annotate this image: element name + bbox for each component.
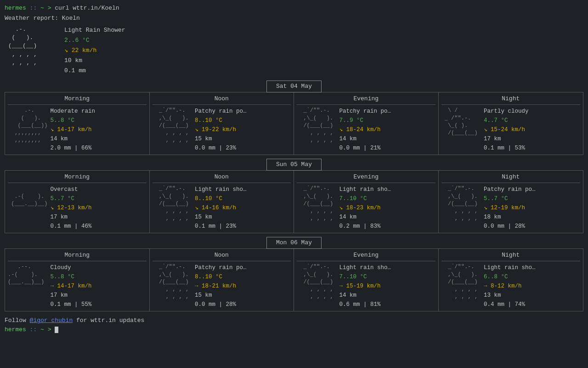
ascii-art-2-0: .--. .-( ). (___.__)__) bbox=[8, 263, 47, 300]
col-header-0-2: Evening bbox=[297, 94, 435, 105]
vis-text: 17 km bbox=[484, 136, 501, 142]
col-header-1-3: Night bbox=[441, 172, 581, 184]
vis-text: 17 km bbox=[50, 292, 68, 299]
wind-text: ↘ 14-16 km/h bbox=[195, 205, 236, 211]
day-col-1-2: Evening _`/"".-. ,\_( ). /(___(__) ‚ ‚ ‚… bbox=[294, 171, 439, 233]
wind-text: ↘ 19-22 km/h bbox=[195, 126, 236, 133]
vis-text: 15 km bbox=[195, 292, 212, 299]
weather-info-1-1: Light rain sho… 8..10 °C ↘ 14-16 km/h 15… bbox=[195, 185, 247, 231]
day-col-1-0: Morning .-( ). (___.__)__) Overcast 5..7… bbox=[5, 171, 150, 233]
col-header-0-1: Noon bbox=[153, 94, 291, 105]
precip-text: 0.0 mm | 23% bbox=[195, 145, 236, 151]
temp-text: 7..10 °C bbox=[339, 196, 367, 202]
weather-cell-1-3: _`/"".-. ,\_( ). /(___(__) ‚ ‚ ‚ ‚ ‚ ‚ ‚… bbox=[441, 185, 581, 231]
weather-cell-0-1: _`/"".-. ,\_( ). /(___(__) ‚ ‚ ‚ ‚ ‚ ‚ ‚… bbox=[153, 107, 291, 153]
footer-username[interactable]: @igor_chubin bbox=[30, 317, 73, 324]
precip-text: 0.0 mm | 28% bbox=[195, 301, 236, 308]
wind-text: ↘ 12-13 km/h bbox=[50, 205, 91, 211]
col-header-2-0: Morning bbox=[8, 251, 147, 262]
cond-text: Overcast bbox=[50, 186, 78, 193]
weather-info-2-3: Light rain sho… 6..8 °C → 8-12 km/h 13 k… bbox=[484, 263, 536, 309]
day-col-0-0: Morning .-. ( ). (___(__)) ‚‚‚‚‚‚‚‚ ‚‚‚‚… bbox=[5, 92, 150, 155]
vis-text: 15 km bbox=[195, 214, 212, 220]
day-grid-2: Morning .--. .-( ). (___.__)__) Cloudy 5… bbox=[5, 248, 583, 312]
footer: Follow @igor_chubin for wttr.in updates bbox=[5, 316, 583, 325]
col-header-0-3: Night bbox=[441, 94, 581, 105]
day-header-row-1: Sun 05 May bbox=[5, 159, 583, 171]
day-header-row-2: Mon 06 May bbox=[5, 237, 583, 249]
weather-info-0-2: Patchy rain po… 7..9 °C ↘ 18-24 km/h 14 … bbox=[339, 107, 391, 153]
vis-text: 18 km bbox=[484, 214, 501, 220]
col-header-1-1: Noon bbox=[153, 172, 291, 184]
ascii-art-1-3: _`/"".-. ,\_( ). /(___(__) ‚ ‚ ‚ ‚ ‚ ‚ ‚… bbox=[441, 185, 481, 222]
cond-text: Patchy rain po… bbox=[195, 264, 247, 271]
day-col-2-3: Night _`/"".-. ,\_( ). /(___(__) ‚ ‚ ‚ ‚… bbox=[439, 249, 583, 311]
current-weather: .-. ( ). (___(__) ‚ ‚ ‚ ‚ ‚ ‚ ‚ ‚ Light … bbox=[5, 25, 583, 76]
current-ascii-art: .-. ( ). (___(__) ‚ ‚ ‚ ‚ ‚ ‚ ‚ ‚ bbox=[5, 25, 60, 76]
day-grid-0: Morning .-. ( ). (___(__)) ‚‚‚‚‚‚‚‚ ‚‚‚‚… bbox=[5, 92, 583, 155]
day-section-0: Sat 04 MayMorning .-. ( ). (___(__)) ‚‚‚… bbox=[5, 80, 583, 155]
cond-text: Light rain sho… bbox=[339, 264, 391, 271]
wind-text: → 18-21 km/h bbox=[195, 283, 236, 289]
footer-text-before: Follow bbox=[5, 317, 30, 324]
temp-text: 5..7 °C bbox=[484, 196, 508, 202]
precip-text: 0.2 mm | 83% bbox=[339, 223, 380, 230]
wind-text: ↘ 12-19 km/h bbox=[484, 205, 525, 211]
vis-text: 15 km bbox=[195, 136, 212, 142]
day-header-row-0: Sat 04 May bbox=[5, 80, 583, 92]
ascii-art-1-0: .-( ). (___.__)__) bbox=[8, 185, 47, 222]
cond-text: Light rain sho… bbox=[195, 186, 247, 193]
temp-text: 8..10 °C bbox=[195, 117, 222, 124]
day-col-0-2: Evening _`/"".-. ,\_( ). /(___(__) ‚ ‚ ‚… bbox=[294, 92, 439, 155]
weather-cell-0-3: \ / _ /"".-. \_( ). /(___(__) Partly clo… bbox=[441, 107, 581, 153]
precip-text: 0.4 mm | 74% bbox=[484, 301, 525, 308]
ascii-art-0-0: .-. ( ). (___(__)) ‚‚‚‚‚‚‚‚ ‚‚‚‚‚‚‚‚ bbox=[8, 107, 47, 144]
prompt-user: hermes bbox=[5, 5, 26, 12]
day-col-0-1: Noon _`/"".-. ,\_( ). /(___(__) ‚ ‚ ‚ ‚ … bbox=[150, 92, 294, 155]
ascii-art-2-2: _`/"".-. ,\_( ). /(___(__) ‚ ‚ ‚ ‚ ‚ ‚ ‚… bbox=[297, 263, 336, 300]
final-prompt-arrow: > bbox=[44, 326, 55, 333]
final-prompt-sep: :: bbox=[26, 326, 40, 333]
final-prompt-user: hermes bbox=[5, 326, 26, 333]
current-precip: 0.1 mm bbox=[64, 67, 86, 74]
col-header-1-2: Evening bbox=[297, 172, 435, 184]
cond-text: Patchy rain po… bbox=[484, 186, 536, 193]
precip-text: 0.1 mm | 53% bbox=[484, 145, 525, 151]
days-container: Sat 04 MayMorning .-. ( ). (___(__)) ‚‚‚… bbox=[5, 80, 583, 311]
temp-text: 5..8 °C bbox=[50, 274, 74, 280]
weather-cell-2-0: .--. .-( ). (___.__)__) Cloudy 5..8 °C →… bbox=[8, 263, 147, 309]
precip-text: 0.1 mm | 23% bbox=[195, 223, 236, 230]
cond-text: Patchy rain po… bbox=[339, 108, 391, 115]
day-section-1: Sun 05 MayMorning .-( ). (___.__)__) Ove… bbox=[5, 159, 583, 233]
wind-text: → 8-12 km/h bbox=[484, 283, 522, 289]
wind-text: → 15-19 km/h bbox=[339, 283, 380, 289]
ascii-art-2-3: _`/"".-. ,\_( ). /(___(__) ‚ ‚ ‚ ‚ ‚ ‚ ‚… bbox=[441, 263, 481, 300]
weather-cell-2-3: _`/"".-. ,\_( ). /(___(__) ‚ ‚ ‚ ‚ ‚ ‚ ‚… bbox=[441, 263, 581, 309]
col-header-2-1: Noon bbox=[153, 251, 291, 262]
day-header-0: Sat 04 May bbox=[266, 80, 322, 92]
vis-text: 14 km bbox=[50, 136, 68, 142]
col-header-2-3: Night bbox=[441, 251, 581, 262]
final-prompt: hermes :: ~ > bbox=[5, 325, 583, 334]
temp-text: 7..9 °C bbox=[339, 117, 363, 124]
terminal-cursor bbox=[55, 327, 58, 333]
prompt-sep: :: bbox=[26, 5, 40, 12]
prompt-arrow: > bbox=[44, 5, 55, 12]
day-col-2-1: Noon _`/"".-. ,\_( ). /(___(__) ‚ ‚ ‚ ‚ … bbox=[150, 249, 294, 311]
weather-cell-1-1: _`/"".-. ,\_( ). /(___(__) ‚ ‚ ‚ ‚ ‚ ‚ ‚… bbox=[153, 185, 291, 231]
weather-cell-2-2: _`/"".-. ,\_( ). /(___(__) ‚ ‚ ‚ ‚ ‚ ‚ ‚… bbox=[297, 263, 435, 309]
prompt-tilde: ~ bbox=[40, 5, 44, 12]
precip-text: 0.6 mm | 81% bbox=[339, 301, 380, 308]
cond-text: Patchy rain po… bbox=[195, 108, 247, 115]
col-header-2-2: Evening bbox=[297, 251, 435, 262]
weather-info-2-0: Cloudy 5..8 °C → 14-17 km/h 17 km 0.1 mm… bbox=[50, 263, 91, 309]
wind-text: ↘ 14-17 km/h bbox=[50, 126, 91, 133]
weather-info-2-2: Light rain sho… 7..10 °C → 15-19 km/h 14… bbox=[339, 263, 391, 309]
ascii-art-1-1: _`/"".-. ,\_( ). /(___(__) ‚ ‚ ‚ ‚ ‚ ‚ ‚… bbox=[153, 185, 192, 222]
weather-cell-0-2: _`/"".-. ,\_( ). /(___(__) ‚ ‚ ‚ ‚ ‚ ‚ ‚… bbox=[297, 107, 435, 153]
temp-text: 4..7 °C bbox=[484, 117, 508, 124]
final-prompt-tilde: ~ bbox=[40, 326, 44, 333]
ascii-art-2-1: _`/"".-. ,\_( ). /(___(__) ‚ ‚ ‚ ‚ ‚ ‚ ‚… bbox=[153, 263, 192, 300]
command-text: curl wttr.in/Koeln bbox=[55, 5, 119, 12]
day-header-2: Mon 06 May bbox=[266, 237, 322, 249]
